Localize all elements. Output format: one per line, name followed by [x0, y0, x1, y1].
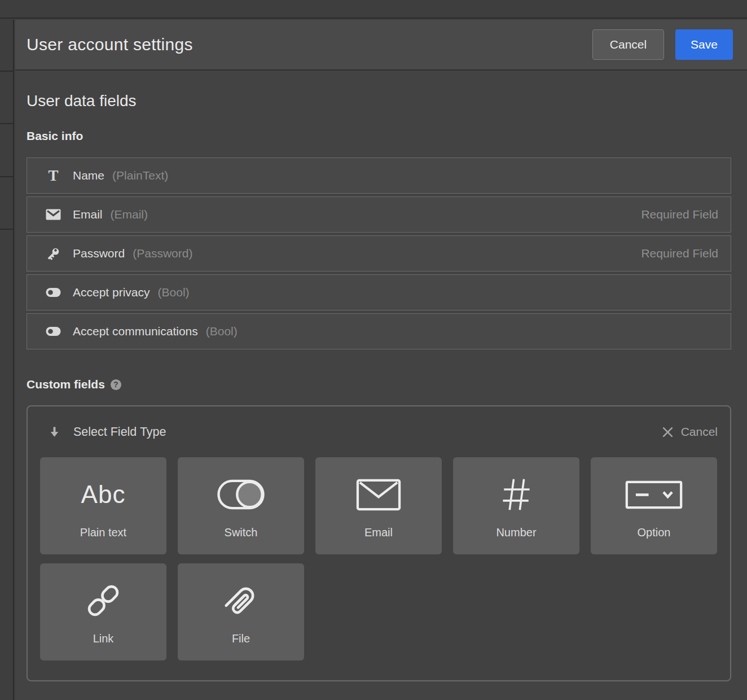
field-type-picker: Select Field Type Cancel Abc: [27, 405, 731, 681]
field-type-grid: Abc Plain text Switch: [40, 457, 718, 660]
window-top-strip: [0, 0, 747, 19]
switch-icon: [178, 457, 304, 526]
close-icon: [662, 426, 674, 438]
tile-email[interactable]: Email: [315, 457, 442, 554]
basic-info-list: T Name (PlainText) Email (Email) Require…: [27, 158, 731, 349]
tile-label: Plain text: [40, 526, 166, 554]
tile-option[interactable]: Option: [591, 457, 717, 554]
tile-label: Number: [453, 526, 579, 554]
tile-link[interactable]: Link: [40, 563, 166, 660]
tile-switch[interactable]: Switch: [178, 457, 304, 554]
field-label: Name: [73, 169, 104, 182]
field-row-email[interactable]: Email (Email) Required Field: [27, 196, 731, 233]
cancel-button[interactable]: Cancel: [592, 29, 664, 60]
content-area: User data fields Basic info T Name (Plai…: [15, 92, 747, 681]
required-field-note: Required Field: [641, 208, 718, 221]
field-label: Accept privacy: [73, 286, 150, 299]
field-type: (Password): [133, 247, 192, 260]
toggle-icon: [46, 326, 61, 336]
tile-file[interactable]: File: [178, 563, 304, 660]
left-panel-divider: [0, 229, 13, 230]
help-icon[interactable]: ?: [111, 379, 121, 390]
save-button[interactable]: Save: [675, 29, 733, 60]
field-row-name[interactable]: T Name (PlainText): [27, 158, 731, 194]
tile-label: Switch: [178, 526, 304, 554]
field-type: (Bool): [206, 325, 238, 338]
picker-cancel-button[interactable]: Cancel: [662, 425, 718, 439]
picker-header: Select Field Type Cancel: [40, 406, 718, 457]
picker-cancel-label: Cancel: [681, 425, 718, 439]
link-icon: [40, 563, 166, 632]
field-label: Password: [73, 247, 125, 260]
titlebar: User account settings Cancel Save: [15, 20, 747, 71]
field-row-password[interactable]: Password (Password) Required Field: [27, 235, 731, 272]
option-icon: [591, 457, 717, 526]
tile-plain-text[interactable]: Abc Plain text: [40, 457, 166, 554]
basic-info-heading: Basic info: [27, 129, 731, 143]
field-row-accept-communications[interactable]: Accept communications (Bool): [27, 313, 731, 349]
required-field-note: Required Field: [641, 247, 718, 260]
picker-title: Select Field Type: [73, 425, 166, 439]
page-title: User data fields: [27, 92, 731, 110]
number-icon: [453, 457, 579, 526]
email-icon: [46, 209, 61, 220]
plain-text-icon: Abc: [40, 457, 166, 526]
toggle-icon: [46, 287, 61, 298]
panel-title: User account settings: [27, 35, 592, 54]
custom-fields-heading-row: Custom fields ?: [27, 378, 731, 391]
field-type: (PlainText): [112, 169, 168, 182]
field-type: (Bool): [158, 286, 190, 299]
settings-panel: User account settings Cancel Save User d…: [15, 20, 747, 700]
tile-label: File: [178, 632, 304, 660]
tile-label: Link: [40, 632, 166, 660]
field-type: (Email): [111, 208, 148, 221]
tile-label: Option: [591, 526, 717, 554]
field-row-accept-privacy[interactable]: Accept privacy (Bool): [27, 274, 731, 310]
tile-number[interactable]: Number: [453, 457, 579, 554]
key-icon: [46, 246, 61, 261]
left-panel-divider: [0, 123, 13, 124]
left-edge-panel: [0, 20, 14, 700]
tile-label: Email: [315, 526, 442, 554]
arrow-down-icon: [48, 425, 61, 439]
left-panel-divider: [0, 176, 13, 177]
field-label: Email: [73, 208, 103, 221]
file-icon: [178, 563, 304, 632]
left-panel-divider: [0, 71, 13, 72]
custom-fields-heading: Custom fields: [27, 378, 105, 391]
field-label: Accept communications: [73, 325, 198, 338]
text-icon: T: [46, 168, 61, 183]
email-icon: [315, 457, 442, 526]
